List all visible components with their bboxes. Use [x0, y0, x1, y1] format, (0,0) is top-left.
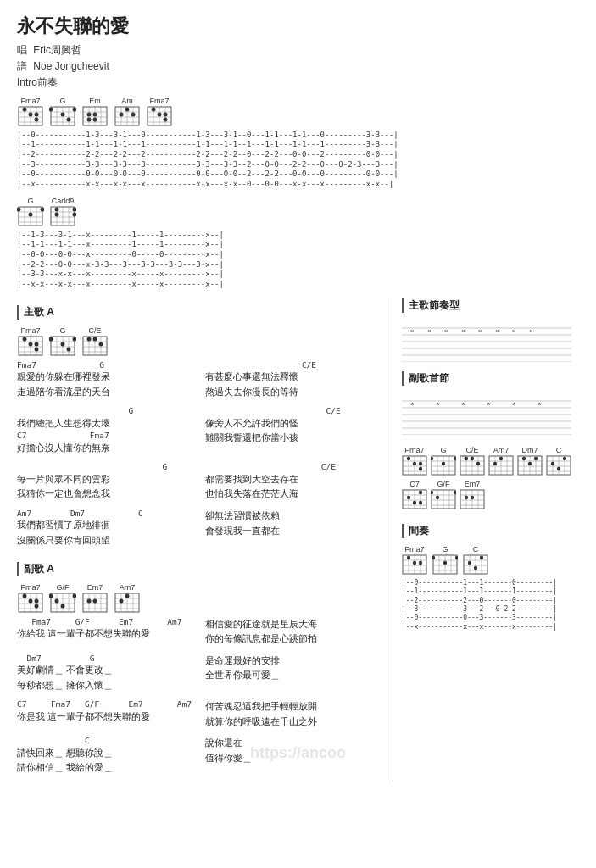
verse-a-chord-2b: C7 Fma7	[17, 431, 197, 440]
verse-a-text-r1: 有甚麼心事還無法釋懷	[205, 370, 385, 385]
chord-g-intro: G	[49, 97, 76, 127]
chorus-row-3: C7 Fma7 G/F Em7 Am7 你是我 這一輩子都不想失聯的愛 何苦魂忍…	[17, 699, 384, 729]
interlude-chord-g: G	[432, 545, 458, 576]
verse-a-chord-row: Fma7 G	[17, 326, 384, 357]
chorus-text-r4: 何苦魂忍逼我把手輕輕放開	[205, 699, 385, 715]
svg-point-7	[23, 107, 27, 111]
right-chord-am7: Am7	[488, 446, 514, 476]
verse-a-text-r6: 也怕我失落在茫茫人海	[205, 487, 385, 502]
svg-point-61	[17, 207, 21, 211]
verse-a-text-r2: 熬過失去你漫長的等待	[205, 385, 385, 400]
right-chord-gf: G/F	[431, 480, 456, 510]
svg-point-31	[87, 117, 92, 121]
svg-point-71	[55, 207, 59, 211]
right-chord-ce: C/E ①	[460, 446, 485, 476]
verse-a-chord-4: Am7 Dm7 C	[17, 509, 197, 518]
svg-point-181	[413, 462, 416, 465]
chorus-chord-4: C	[17, 736, 197, 745]
second-chord-row: G Cadd9	[17, 197, 579, 227]
chord-fma7-verse: Fma7	[17, 326, 44, 357]
chorus-text-r3: 全世界你最可愛＿	[205, 668, 385, 683]
chorus-a-title: 副歌 A	[17, 562, 54, 576]
verse-a-text-2: 走過陪你看流星的天台	[17, 385, 197, 400]
chord-ce-verse: C/E	[81, 326, 109, 357]
meta-composer: 譜 Noe Jongcheevit	[17, 58, 579, 75]
chorus-left-3: C7 Fma7 G/F Em7 Am7 你是我 這一輩子都不想失聯的愛	[17, 699, 197, 729]
svg-text:×: ×	[436, 400, 440, 408]
verse-a-title: 主歌 A	[17, 305, 54, 320]
svg-point-263	[471, 496, 474, 499]
verse-a-right-4: 卻無法習慣被依賴 會發現我一直都在	[205, 509, 385, 548]
svg-point-137	[93, 598, 97, 603]
verse-a-chord-r3: C/E	[205, 462, 385, 471]
svg-point-136	[87, 598, 92, 603]
chord-g-verse: G	[49, 326, 76, 357]
second-tab-section: G Cadd9	[17, 197, 579, 290]
svg-point-204	[476, 462, 480, 465]
chorus-left-2: Dm7 G 美好劇情＿ 不會更改＿ 每秒都想＿ 擁你入懷＿	[17, 654, 197, 693]
svg-point-232	[551, 462, 554, 465]
chorus-text-r6: 值得你愛＿	[205, 751, 385, 766]
svg-point-93	[49, 337, 53, 341]
chorus-text-1: 你給我 這一輩子都不想失聯的愛	[17, 626, 197, 642]
svg-point-272	[413, 561, 416, 565]
svg-text:×: ×	[529, 327, 533, 335]
svg-point-105	[93, 337, 97, 341]
verse-a-row-2: G 我們總把人生想得太壞 C7 Fma7 好擔心沒人懂你的無奈 C/E 像旁人不…	[17, 406, 384, 455]
svg-point-283	[443, 561, 447, 565]
chorus-verse-svg: × × × × × ×	[402, 392, 571, 435]
svg-point-127	[55, 598, 59, 603]
svg-point-94	[73, 337, 77, 341]
chorus-verse-title: 副歌首節	[402, 371, 449, 386]
chord-g-2: G	[17, 197, 44, 227]
verse-a-row-3: G 每一片與眾不同的雲彩 我猜你一定也會想念我 C/E 都需要找到大空去存在 也…	[17, 462, 384, 502]
right-chord-c: C	[546, 446, 571, 476]
svg-text:×: ×	[461, 327, 465, 335]
svg-point-41	[120, 112, 124, 116]
svg-point-117	[35, 604, 39, 608]
chorus-right-4: 說你還在 值得你愛＿	[205, 736, 385, 776]
chorus-text-3: 每秒都想＿ 擁你入懷＿	[17, 678, 197, 693]
svg-point-213	[493, 462, 497, 465]
svg-point-293	[474, 566, 477, 570]
meta-singer: 唱 Eric周興哲	[17, 42, 579, 58]
svg-point-183	[419, 467, 422, 470]
page-title: 永不失聯的愛	[17, 14, 579, 39]
svg-point-291	[480, 556, 483, 559]
verse-pattern-svg: × × × × × × × ×	[402, 320, 571, 362]
chorus-chord-row: Fma7 G/	[17, 583, 384, 614]
right-chord-row-1: Fma7	[402, 446, 579, 476]
verse-a-chord-1: Fma7 G	[17, 360, 197, 370]
svg-point-104	[87, 337, 92, 341]
chorus-text-5: 請快回來＿ 想聽你說＿	[17, 746, 197, 761]
chorus-left-1: Fma7 G/F Em7 Am7 你給我 這一輩子都不想失聯的愛	[17, 617, 197, 647]
svg-point-85	[35, 347, 39, 351]
svg-text:×: ×	[512, 400, 516, 408]
composer-name: Noe Jongcheevit	[33, 60, 109, 72]
verse-a-text-3: 我們總把人生想得太壞	[17, 416, 197, 431]
svg-point-203	[471, 457, 474, 460]
right-chord-grid: Fma7	[402, 446, 579, 510]
svg-point-116	[35, 598, 39, 603]
svg-point-243	[413, 501, 416, 504]
svg-point-212	[499, 457, 503, 460]
intro-chord-row: Fma7 G	[17, 97, 579, 127]
chorus-row-4: C 請快回來＿ 想聽你說＿ 請你相信＿ 我給的愛＿ 說你還在 值得你愛＿	[17, 736, 384, 776]
svg-text:×: ×	[444, 327, 448, 335]
chorus-text-r4b: 就算你的呼吸遠在千山之外	[205, 715, 385, 730]
second-tab: |--1-3---3-1---x---------1-----1--------…	[17, 231, 579, 290]
chorus-text-6: 請你相信＿ 我給的愛＿	[17, 760, 197, 776]
interlude-chord-c: C	[463, 545, 488, 576]
svg-point-128	[61, 604, 65, 608]
svg-point-52	[164, 112, 168, 116]
verse-a-text-1: 親愛的你躲在哪裡發呆	[17, 370, 197, 385]
svg-point-241	[419, 491, 422, 494]
chorus-row-2: Dm7 G 美好劇情＿ 不會更改＿ 每秒都想＿ 擁你入懷＿ 是命運最好的安排 全…	[17, 654, 384, 693]
chorus-chord-2: Dm7 G	[17, 654, 197, 663]
svg-point-40	[125, 107, 130, 111]
verse-a-left-4: Am7 Dm7 C 我們都習慣了原地徘徊 沒關係只要你肯回頭望	[17, 509, 197, 548]
svg-text:×: ×	[427, 327, 432, 335]
chorus-text-2: 美好劇情＿ 不會更改＿	[17, 663, 197, 678]
svg-text:×: ×	[495, 327, 499, 335]
verse-a-row-4: Am7 Dm7 C 我們都習慣了原地徘徊 沒關係只要你肯回頭望 卻無法習慣被依賴…	[17, 509, 384, 548]
